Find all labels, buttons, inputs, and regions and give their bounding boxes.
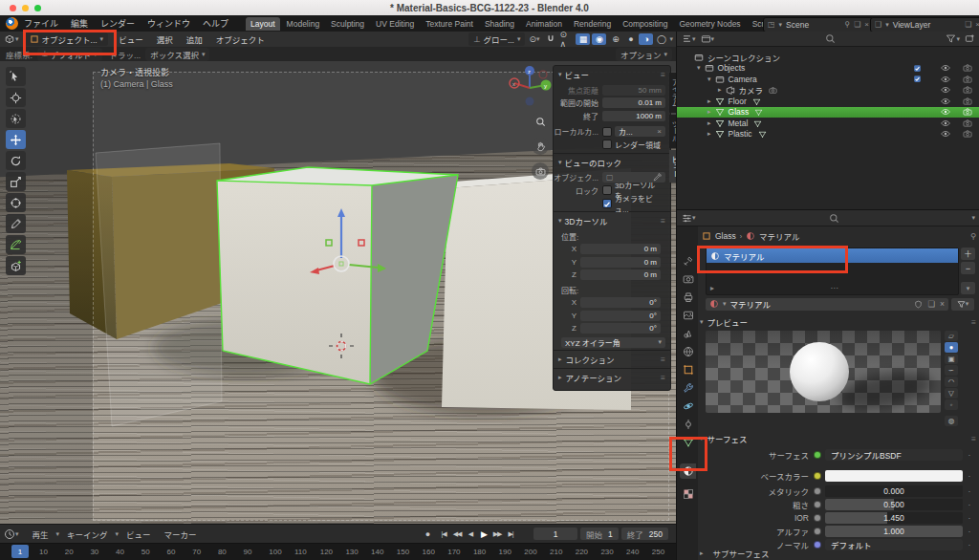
transform-icon[interactable]: [10, 197, 22, 209]
cursor-panel-header[interactable]: ▾3Dカーソル≡: [554, 211, 670, 229]
editor-type-button[interactable]: ▾: [4, 33, 19, 45]
shading-solid-icon[interactable]: ●: [623, 33, 638, 45]
cursor-location-x-field[interactable]: X 0 m: [554, 244, 670, 256]
n-panel-tab[interactable]: アイテム: [669, 73, 676, 113]
clip-end-row[interactable]: 終了 1000 m: [554, 110, 670, 122]
local-camera-checkbox[interactable]: [602, 127, 612, 137]
outliner-display-mode-icon[interactable]: ▾: [682, 33, 696, 44]
preview-shape-fluid-button[interactable]: ▽: [945, 388, 958, 398]
view-panel-header[interactable]: ▾ビュー≡: [554, 66, 670, 83]
decorator-dot-icon[interactable]: ·: [963, 500, 976, 509]
add-cube-icon[interactable]: [10, 260, 22, 272]
preview-shape-cube-button[interactable]: ▣: [945, 354, 958, 364]
disclosure-icon[interactable]: ▸: [707, 130, 711, 138]
properties-tab-tool[interactable]: [680, 253, 696, 269]
viewport-menu-item[interactable]: 追加: [180, 33, 209, 45]
preview-world-button[interactable]: ◍: [945, 416, 958, 426]
timeline-menu-item[interactable]: マーカー: [159, 528, 203, 540]
disclosure-icon[interactable]: ▾: [707, 75, 711, 83]
measure-icon[interactable]: [10, 239, 22, 251]
orientation-dropdown[interactable]: ⊥グロー...▾: [468, 32, 526, 46]
annotation-panel-collapsed[interactable]: ▸アノテーション≡: [554, 368, 670, 386]
メタリック-slider[interactable]: 0.000: [825, 485, 963, 497]
options-dropdown[interactable]: オプション▾: [616, 48, 672, 61]
properties-tab-scene[interactable]: [680, 326, 696, 341]
disable-render-camera-icon[interactable]: [963, 107, 972, 117]
blender-logo-icon[interactable]: [6, 17, 18, 30]
workspace-tab[interactable]: Modeling: [282, 17, 325, 31]
clip-end-field[interactable]: 1000 m: [602, 111, 665, 121]
cursor-rotation-x-field[interactable]: X 0°: [554, 297, 670, 310]
properties-options-icon[interactable]: ▾: [971, 214, 975, 222]
サーフェス-menu-field[interactable]: プリンシプルBSDF: [825, 449, 963, 461]
cursor-location-y-field[interactable]: Y 0 m: [554, 256, 670, 269]
workspace-tab[interactable]: Geometry Nodes: [674, 17, 745, 31]
close-icon[interactable]: ×: [975, 20, 979, 29]
properties-tab-render[interactable]: [680, 271, 696, 287]
timeline-menu-item[interactable]: ビュー: [120, 528, 157, 540]
decorator-dot-icon[interactable]: ·: [963, 527, 976, 536]
hide-eye-icon[interactable]: [941, 107, 950, 117]
tool-scale-button[interactable]: [6, 172, 26, 191]
preview-shape-plane-button[interactable]: ▱: [945, 331, 958, 341]
base-color-swatch[interactable]: [825, 470, 963, 482]
playback-play-button[interactable]: ▶: [477, 528, 490, 540]
preview-shape-sphere-button[interactable]: ●: [945, 342, 958, 353]
tool-select-circle-button[interactable]: [6, 109, 26, 128]
proportional-editing-icon[interactable]: ⊙ ∧: [559, 33, 574, 45]
rotation-mode-row[interactable]: XYZ オイラー角▾: [554, 336, 670, 349]
hide-eye-icon[interactable]: [941, 97, 950, 106]
outliner-row-Glass[interactable]: ▸ Glass: [677, 107, 979, 118]
tool-rotate-button[interactable]: [6, 151, 26, 170]
properties-tab-physics[interactable]: [680, 398, 696, 414]
navigation-gizmo[interactable]: zxy: [505, 63, 555, 113]
outliner-row-Plastic[interactable]: ▸ Plastic: [677, 129, 979, 140]
current-frame-field[interactable]: 1: [533, 528, 577, 540]
topbar-menu-item[interactable]: ウィンドウ: [147, 17, 190, 30]
selectable-checkbox-icon[interactable]: [913, 64, 922, 73]
outliner-row-Objects[interactable]: ▾ Objects: [677, 63, 979, 75]
properties-tab-modifiers[interactable]: [680, 380, 696, 396]
viewport-menu-item[interactable]: ビュー: [112, 33, 150, 45]
shading-material-preview-icon[interactable]: ◑: [639, 33, 653, 45]
select-box-icon[interactable]: [10, 71, 22, 83]
render-region-row[interactable]: レンダー領域: [554, 139, 670, 151]
clip-start-row[interactable]: 範囲の開始 0.01 m: [554, 97, 670, 110]
datablock-filter-button[interactable]: ▾: [951, 298, 974, 311]
disclosure-icon[interactable]: ▾: [697, 64, 701, 72]
outliner-row-Floor[interactable]: ▸ Floor: [677, 96, 979, 107]
tool-move-button[interactable]: [6, 130, 26, 149]
pivot-dropdown[interactable]: ⊙▾: [527, 33, 541, 45]
move-icon[interactable]: [10, 134, 22, 146]
tool-measure-button[interactable]: [6, 235, 26, 254]
3d-viewport[interactable]: カメラ・透視投影 (1) Camera | Glass zxy ▾ビュー≡ 焦点…: [0, 61, 676, 524]
decorator-dot-icon[interactable]: ·: [963, 486, 976, 496]
render-region-checkbox[interactable]: [602, 140, 612, 149]
camera-view-icon[interactable]: [532, 162, 549, 180]
breadcrumb-object[interactable]: Glass: [715, 231, 736, 241]
IOR-slider[interactable]: 1.450: [825, 512, 963, 524]
workspace-tab[interactable]: Rendering: [569, 17, 616, 31]
shading-rendered-icon[interactable]: ◯: [654, 33, 668, 45]
hide-eye-icon[interactable]: [941, 129, 950, 139]
n-panel-tab[interactable]: ビュー: [669, 150, 676, 183]
add-slot-button[interactable]: ＋: [961, 248, 975, 260]
decorator-dot-icon[interactable]: ·: [963, 513, 976, 523]
rotate-icon[interactable]: [10, 155, 22, 167]
modifiers-icon[interactable]: [683, 382, 694, 394]
drag-mode-dropdown[interactable]: ボックス選択▾: [145, 48, 209, 61]
copy-icon[interactable]: ❏: [854, 20, 860, 29]
properties-tab-object[interactable]: [680, 362, 696, 377]
axis-z-neg-icon[interactable]: [526, 97, 534, 106]
playback-jump-end-button[interactable]: ▶|: [504, 528, 517, 540]
disable-render-camera-icon[interactable]: [963, 63, 972, 73]
object-icon[interactable]: [683, 364, 694, 376]
xray-toggle-icon[interactable]: ▦: [576, 33, 590, 45]
clip-start-field[interactable]: 0.01 m: [602, 97, 665, 108]
timeline-editor-type-icon[interactable]: ▾: [4, 528, 19, 540]
workspace-tab[interactable]: Compositing: [618, 17, 672, 31]
tool-select-box-button[interactable]: [6, 67, 26, 86]
slot-specials-button[interactable]: ▾: [961, 282, 975, 294]
playback-prev-key-button[interactable]: ◀◀: [450, 528, 464, 540]
frame-start-field[interactable]: 開始1: [580, 528, 619, 540]
